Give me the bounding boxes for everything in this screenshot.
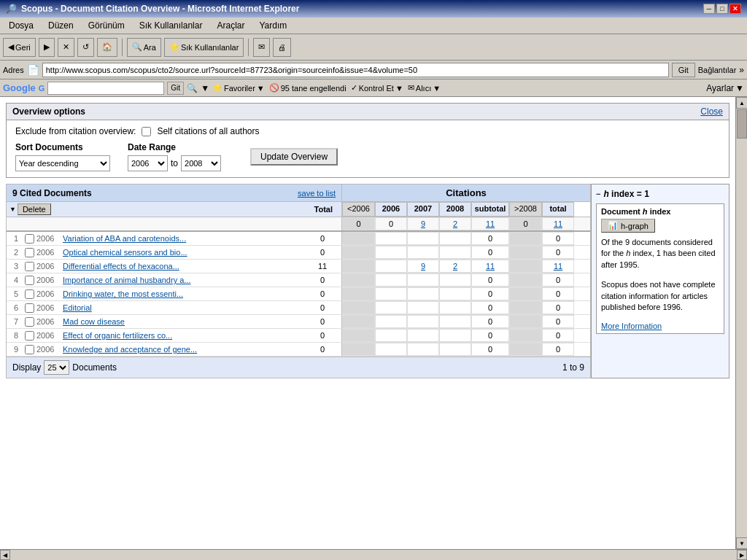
google-go-button[interactable]: Git: [167, 82, 184, 95]
doc-title-link-6[interactable]: Mad cow disease: [63, 317, 309, 326]
doc-title-link-0[interactable]: Variation of ABA and carotenoids...: [63, 234, 309, 243]
more-info-link[interactable]: More Information: [601, 322, 662, 330]
overview-options-panel: Overview options Close Exclude from cita…: [6, 103, 729, 178]
totals-total[interactable]: 11: [542, 217, 574, 230]
mail-button[interactable]: ✉: [253, 38, 270, 57]
row-checkbox-5[interactable]: [25, 303, 34, 313]
self-citations-checkbox[interactable]: [142, 127, 151, 136]
favorites-arrow-icon: ▼: [257, 84, 265, 93]
links-label[interactable]: Bağlantılar: [698, 66, 737, 74]
row-total-1: 0: [309, 248, 338, 257]
cit-2006-0: [375, 232, 407, 245]
h-index-collapse-button[interactable]: −: [596, 190, 600, 198]
row-num-0: 1: [9, 234, 23, 243]
cit-2006-5: [375, 301, 407, 314]
cit-2007-wrap-0: [407, 232, 439, 245]
doc-title-link-2[interactable]: Differential effects of hexacona...: [63, 262, 309, 271]
menu-view[interactable]: Görünüm: [85, 19, 128, 32]
forward-button[interactable]: ▶: [39, 38, 55, 57]
cit-total-2[interactable]: 11: [554, 262, 562, 271]
totals-2008[interactable]: 2: [439, 217, 471, 230]
favorites-button[interactable]: ⭐ Sık Kullanılanlar: [164, 38, 244, 57]
row-checkbox-1[interactable]: [25, 248, 34, 257]
display-footer: Display 25 Documents 1 to 9: [7, 357, 590, 378]
scroll-up-button[interactable]: ▲: [736, 97, 747, 109]
date-from-select[interactable]: 2006: [128, 155, 168, 171]
sort-inputs: Year descending: [15, 155, 110, 171]
row-checkbox-8[interactable]: [25, 345, 34, 354]
table-row: 6 2006 Editorial 0 0 0: [7, 301, 590, 315]
google-mail-item[interactable]: ✉ Alıcı ▼: [408, 83, 441, 93]
row-total-3: 0: [309, 276, 338, 284]
cit-2007-wrap-4: [407, 287, 439, 300]
google-search-input[interactable]: [47, 82, 164, 95]
delete-button[interactable]: Delete: [18, 203, 51, 215]
h-graph-button[interactable]: 📊 h-graph: [601, 219, 655, 233]
go-button[interactable]: Git: [672, 63, 695, 77]
back-button[interactable]: ◀ Geri: [3, 38, 36, 57]
menu-help[interactable]: Yardım: [256, 19, 290, 32]
doc-title-link-3[interactable]: Importance of animal husbandry a...: [63, 276, 309, 284]
row-checkbox-7[interactable]: [25, 331, 34, 341]
menu-tools[interactable]: Araçlar: [214, 19, 247, 32]
google-settings-item[interactable]: Ayarlar ▼: [706, 83, 744, 93]
menu-file[interactable]: Dosya: [6, 19, 36, 32]
h-description-2: Scopus does not have complete citation i…: [601, 279, 719, 313]
cit-2007-2[interactable]: 9: [421, 262, 425, 271]
row-checkbox-6[interactable]: [25, 317, 34, 327]
scroll-track: [736, 109, 747, 537]
scroll-left-button[interactable]: ◀: [0, 550, 10, 560]
display-select[interactable]: 25: [44, 360, 69, 375]
date-to-select[interactable]: 2008: [181, 155, 221, 171]
refresh-button[interactable]: ↺: [77, 38, 94, 57]
col-2007-header: 2007: [407, 202, 439, 217]
google-options-icon: ▼: [201, 83, 209, 93]
cit-cells-5: 0 0: [342, 301, 590, 314]
cit-sub-wrap-1: 0: [471, 246, 509, 259]
row-total-5: 0: [309, 303, 338, 312]
doc-title-link-1[interactable]: Optical chemical sensors and bio...: [63, 248, 309, 257]
scroll-down-button[interactable]: ▼: [736, 537, 747, 549]
search-button[interactable]: 🔍 Ara: [127, 38, 161, 57]
menu-favorites[interactable]: Sık Kullanılanlar: [136, 19, 206, 32]
col-2008-header: 2008: [439, 202, 471, 217]
cit-gt2008-2: [509, 260, 542, 273]
totals-2007[interactable]: 9: [407, 217, 439, 230]
doc-title-link-8[interactable]: Knowledge and acceptance of gene...: [63, 345, 309, 354]
doc-title-link-4[interactable]: Drinking water, the most essenti...: [63, 289, 309, 298]
doc-title-link-5[interactable]: Editorial: [63, 303, 309, 312]
minimize-button[interactable]: ─: [703, 4, 715, 14]
close-link[interactable]: Close: [700, 106, 723, 117]
scroll-right-button[interactable]: ▶: [737, 550, 747, 560]
google-check-item[interactable]: ✓ Kontrol Et ▼: [351, 83, 403, 93]
row-checkbox-0[interactable]: [25, 234, 34, 244]
overview-options-body: Exclude from citation overview: Self cit…: [7, 120, 729, 177]
cit-cells-8: 0 0: [342, 343, 590, 356]
totals-subtotal[interactable]: 11: [471, 217, 509, 230]
close-button[interactable]: ✕: [729, 4, 741, 14]
menu-edit[interactable]: Düzen: [45, 19, 77, 32]
google-favorites-item[interactable]: ⭐ Favoriler ▼: [212, 83, 265, 93]
save-to-list-link[interactable]: save to list: [298, 189, 336, 198]
cit-subtotal-2[interactable]: 11: [486, 262, 495, 271]
cit-2008-2[interactable]: 2: [453, 262, 457, 271]
row-checkbox-4[interactable]: [25, 289, 34, 299]
doc-title-link-7[interactable]: Effect of organic fertilizers co...: [63, 331, 309, 340]
maximize-button[interactable]: □: [716, 4, 728, 14]
sort-select[interactable]: Year descending: [15, 155, 110, 171]
row-year-6: 2006: [36, 317, 60, 326]
row-year-2: 2006: [36, 262, 60, 271]
cit-lt2006-7: [342, 329, 375, 342]
google-g-icon: G: [39, 84, 45, 93]
row-checkbox-3[interactable]: [25, 276, 34, 285]
col-gt2008-header: >2008: [509, 202, 542, 217]
address-input[interactable]: [42, 63, 669, 77]
home-button[interactable]: 🏠: [97, 38, 117, 57]
address-label: Adres: [3, 66, 24, 74]
update-overview-button[interactable]: Update Overview: [250, 148, 338, 166]
scroll-thumb[interactable]: [737, 109, 747, 139]
stop-button[interactable]: ✕: [58, 38, 74, 57]
google-blocked-item[interactable]: 🚫 95 tane engellendi: [269, 83, 347, 93]
print-button[interactable]: 🖨: [273, 38, 291, 57]
row-checkbox-2[interactable]: [25, 262, 34, 271]
